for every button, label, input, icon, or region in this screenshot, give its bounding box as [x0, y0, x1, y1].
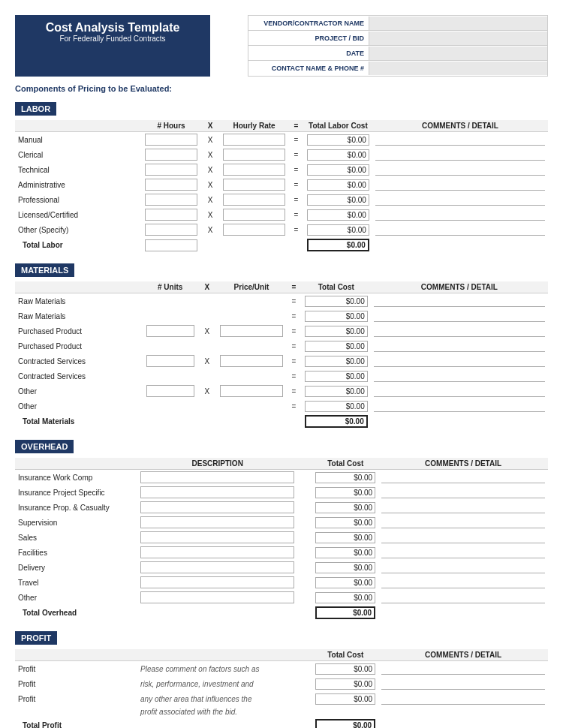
materials-price-input[interactable] [217, 353, 286, 369]
overhead-desc-input[interactable] [137, 530, 297, 545]
overhead-comment [378, 545, 548, 560]
hours-field-2[interactable] [145, 164, 197, 176]
rate-field-4[interactable] [223, 194, 285, 206]
overhead-row-label: Delivery [15, 560, 137, 575]
hours-field-3[interactable] [145, 179, 197, 191]
materials-total-row: Total Materials $0.00 [15, 414, 548, 429]
materials-x: X [197, 323, 217, 338]
price-field-6[interactable] [220, 385, 283, 397]
overhead-desc-field-2[interactable] [140, 501, 294, 513]
profit-total-row: Total Profit $0.00 [15, 717, 548, 728]
rate-field-1[interactable] [223, 149, 285, 161]
hours-field-0[interactable] [145, 134, 197, 146]
overhead-desc-field-6[interactable] [140, 561, 294, 573]
materials-row-label: Raw Materials [15, 308, 143, 323]
labor-rate-input[interactable] [220, 222, 288, 237]
hours-field-1[interactable] [145, 149, 197, 161]
overhead-comment [378, 530, 548, 545]
profit-desc-extra-row: profit associated with the bid. [15, 706, 548, 717]
overhead-comment [378, 515, 548, 530]
materials-th-eq: = [286, 281, 302, 293]
overhead-th-total: Total Cost [312, 458, 378, 470]
materials-tbody: Raw Materials = $0.00 Raw Materials = $0… [15, 293, 548, 414]
main-title: Cost Analysis Template [30, 21, 195, 35]
overhead-desc-field-8[interactable] [140, 591, 294, 603]
materials-price-input[interactable] [217, 384, 286, 399]
overhead-desc-input[interactable] [137, 485, 297, 500]
materials-price-input[interactable] [217, 323, 286, 338]
overhead-row-total: $0.00 [312, 470, 378, 486]
materials-row-label: Raw Materials [15, 293, 143, 309]
overhead-desc-input[interactable] [137, 515, 297, 530]
materials-comment [371, 308, 548, 323]
vendor-contact-value[interactable] [369, 62, 547, 75]
total-hours-field[interactable] [145, 239, 197, 251]
materials-units-input [143, 308, 197, 323]
price-field-4[interactable] [220, 355, 283, 367]
rate-field-2[interactable] [223, 164, 285, 176]
overhead-desc-field-5[interactable] [140, 546, 294, 558]
materials-row: Contracted Services = $0.00 [15, 369, 548, 384]
overhead-desc-field-3[interactable] [140, 516, 294, 528]
labor-hours-input[interactable] [142, 222, 200, 237]
labor-hours-input[interactable] [142, 132, 200, 148]
overhead-desc-input[interactable] [137, 560, 297, 575]
labor-eq: = [288, 207, 304, 222]
units-field-2[interactable] [146, 325, 194, 337]
hours-field-4[interactable] [145, 194, 197, 206]
overhead-desc-input[interactable] [137, 575, 297, 590]
overhead-desc-field-1[interactable] [140, 486, 294, 498]
materials-eq: = [286, 353, 302, 369]
price-field-2[interactable] [220, 325, 283, 337]
overhead-desc-input[interactable] [137, 470, 297, 486]
rate-field-3[interactable] [223, 179, 285, 191]
labor-rate-input[interactable] [220, 177, 288, 192]
rate-field-0[interactable] [223, 134, 285, 146]
overhead-comment [378, 485, 548, 500]
labor-rate-input[interactable] [220, 162, 288, 177]
labor-hours-input[interactable] [142, 177, 200, 192]
units-field-4[interactable] [146, 355, 194, 367]
profit-row-total: $0.00 [312, 691, 378, 706]
overhead-desc-input[interactable] [137, 500, 297, 515]
labor-rate-input[interactable] [220, 192, 288, 207]
labor-row-total: $0.00 [304, 147, 372, 162]
hours-field-6[interactable] [145, 224, 197, 236]
profit-th-label [15, 649, 137, 661]
vendor-date-value[interactable] [369, 47, 547, 60]
labor-comment [372, 192, 548, 207]
overhead-desc-input[interactable] [137, 545, 297, 560]
labor-hours-input[interactable] [142, 192, 200, 207]
materials-units-input[interactable] [143, 323, 197, 338]
vendor-name-row: VENDOR/CONTRACTOR NAME [248, 16, 547, 31]
materials-units-input[interactable] [143, 353, 197, 369]
units-field-6[interactable] [146, 385, 194, 397]
materials-eq: = [286, 399, 302, 414]
rate-field-6[interactable] [223, 224, 285, 236]
rate-field-5[interactable] [223, 209, 285, 221]
vendor-project-row: PROJECT / BID [248, 31, 547, 46]
labor-hours-input[interactable] [142, 162, 200, 177]
labor-row: Technical X = $0.00 [15, 162, 548, 177]
overhead-desc-field-0[interactable] [140, 471, 294, 483]
labor-rate-input[interactable] [220, 147, 288, 162]
materials-units-input[interactable] [143, 384, 197, 399]
hours-field-5[interactable] [145, 209, 197, 221]
materials-row-total: $0.00 [302, 308, 371, 323]
labor-hours-input[interactable] [142, 147, 200, 162]
vendor-project-value[interactable] [369, 32, 547, 45]
labor-hours-input[interactable] [142, 207, 200, 222]
overhead-desc-field-4[interactable] [140, 531, 294, 543]
labor-total-hours-input[interactable] [142, 237, 200, 253]
labor-rate-input[interactable] [220, 207, 288, 222]
labor-rate-input[interactable] [220, 132, 288, 148]
overhead-desc-field-7[interactable] [140, 576, 294, 588]
overhead-desc-input[interactable] [137, 590, 297, 605]
materials-row-label: Other [15, 399, 143, 414]
vendor-name-value[interactable] [369, 17, 547, 30]
labor-row-label: Manual [15, 132, 142, 148]
materials-eq: = [286, 369, 302, 384]
labor-th-label [15, 120, 142, 132]
labor-x: X [200, 147, 220, 162]
materials-comment [371, 384, 548, 399]
